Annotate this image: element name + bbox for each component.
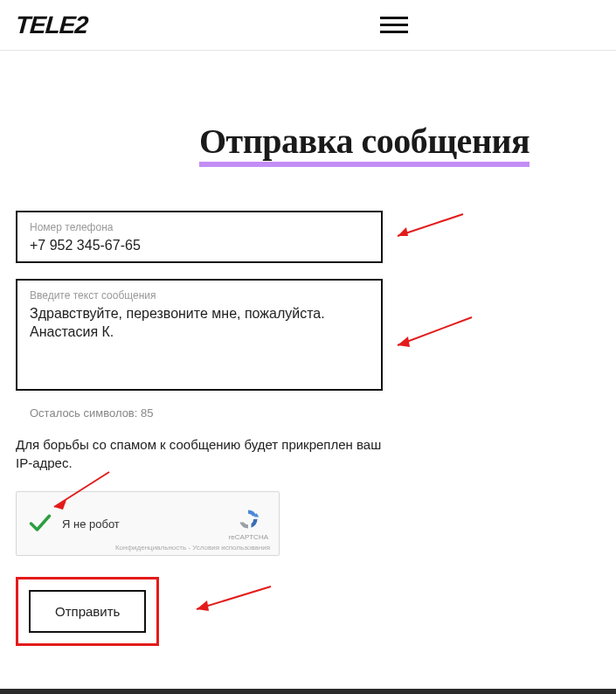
header: TELE2: [0, 0, 616, 51]
message-input[interactable]: [30, 305, 369, 378]
captcha-label: Я не робот: [62, 517, 120, 531]
checkmark-icon: [27, 511, 53, 536]
tele2-logo: TELE2: [15, 11, 88, 39]
page-title: Отправка сообщения: [199, 121, 529, 167]
content: Отправка сообщения Номер телефона Введит…: [0, 51, 616, 662]
submit-highlight-box: Отправить: [16, 577, 159, 646]
message-field-container[interactable]: Введите текст сообщения: [16, 279, 383, 391]
ip-notice: Для борьбы со спамом к сообщению будет п…: [16, 435, 383, 472]
phone-field-container[interactable]: Номер телефона: [16, 211, 383, 263]
phone-input[interactable]: [30, 237, 369, 255]
message-label: Введите текст сообщения: [30, 289, 369, 302]
recaptcha-icon: [236, 507, 260, 531]
captcha-legal: Конфиденциальность - Условия использован…: [115, 544, 270, 552]
submit-button[interactable]: Отправить: [29, 590, 146, 633]
menu-icon[interactable]: [380, 17, 408, 33]
recaptcha-widget[interactable]: Я не робот reCAPTCHA Конфиденциальность …: [16, 491, 280, 556]
sms-form: Номер телефона Введите текст сообщения О…: [16, 211, 600, 646]
phone-label: Номер телефона: [30, 221, 369, 233]
captcha-product: reCAPTCHA: [229, 533, 268, 541]
characters-remaining: Осталось символов: 85: [30, 406, 600, 420]
footer-bar: [0, 689, 616, 694]
